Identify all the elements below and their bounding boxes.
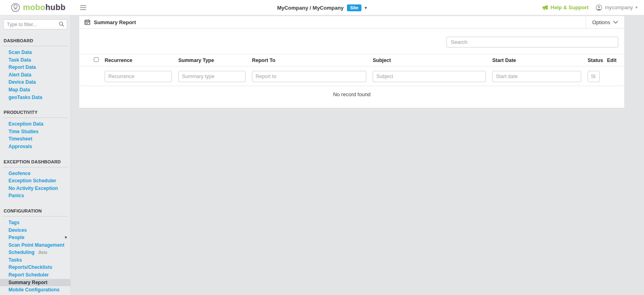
mobohubb-logo-icon <box>11 3 20 12</box>
sidebar-item-scan-point-management[interactable]: Scan Point Management <box>0 241 70 249</box>
user-menu[interactable]: mycompany ▾ <box>596 4 638 11</box>
logo-text-secondary: hubb <box>45 3 66 12</box>
sidebar-item-tasks[interactable]: Tasks <box>0 256 70 264</box>
sidebar-filter-input[interactable] <box>3 19 67 29</box>
select-all-checkbox[interactable] <box>94 57 99 62</box>
column-header-report-to: Report To <box>252 54 373 66</box>
sidebar-item-mobile-configurations[interactable]: Mobile Configurations <box>0 286 70 294</box>
company-breadcrumb[interactable]: MyCompany / MyCompany <box>277 5 343 11</box>
mobohubb-logo[interactable]: mobohubb <box>11 3 66 12</box>
sidebar-item-panics[interactable]: Panics <box>0 192 70 200</box>
filter-input-subject[interactable] <box>373 71 486 82</box>
sidebar: DASHBOARDScan DataTask DataReport DataAl… <box>0 15 71 295</box>
sidebar-item-exception-data[interactable]: Exception Data <box>0 120 70 128</box>
filter-input-st[interactable] <box>588 71 600 82</box>
sidebar-item-people[interactable]: People▾ <box>0 234 70 241</box>
sidebar-item-label: Report Data <box>8 64 36 70</box>
sidebar-item-label: Tags <box>8 220 19 225</box>
filter-cell <box>588 66 607 86</box>
summary-report-table: RecurrenceSummary TypeReport ToSubjectSt… <box>79 54 624 103</box>
sidebar-toggle-button[interactable] <box>78 2 88 13</box>
sidebar-item-label: People <box>8 235 24 240</box>
filter-cell <box>373 66 492 86</box>
logo-text-primary: mobo <box>23 3 45 12</box>
options-label: Options <box>592 19 610 25</box>
sidebar-item-scheduling[interactable]: SchedulingBeta <box>0 249 70 256</box>
filter-cell <box>607 66 624 86</box>
filter-input-summary-type[interactable] <box>178 71 246 82</box>
sidebar-item-no-activity-exception[interactable]: No Activity Exception <box>0 185 70 192</box>
sidebar-item-label: Task Data <box>8 57 31 63</box>
sidebar-item-scan-data[interactable]: Scan Data <box>0 49 70 56</box>
sidebar-item-label: Map Data <box>8 87 30 93</box>
company-caret-down-icon[interactable]: ▾ <box>365 5 367 10</box>
options-button[interactable]: Options <box>586 16 624 28</box>
sidebar-item-tags[interactable]: Tags <box>0 219 70 227</box>
help-support-label: Help & Support <box>551 4 589 10</box>
column-header-subject: Subject <box>373 54 492 66</box>
filter-cell <box>252 66 373 86</box>
empty-state-row: No record found <box>79 86 624 103</box>
sidebar-item-label: Timesheet <box>8 136 32 142</box>
sidebar-item-label: Scheduling <box>8 250 35 255</box>
sidebar-item-task-data[interactable]: Task Data <box>0 56 70 64</box>
chevron-down-icon <box>613 21 618 24</box>
sidebar-item-label: Alert Data <box>8 72 31 78</box>
filter-input-recurrence[interactable] <box>105 71 172 82</box>
sidebar-item-label: Report Scheduler <box>8 272 49 278</box>
sidebar-item-geofence[interactable]: Geofence <box>0 170 70 177</box>
panel-title: Summary Report <box>79 19 136 25</box>
column-header-start-date: Start Date <box>492 54 588 66</box>
sidebar-section-title: DASHBOARD <box>4 38 67 43</box>
user-circle-icon <box>596 4 602 11</box>
sidebar-item-timesheet[interactable]: Timesheet <box>0 135 70 143</box>
sidebar-item-label: Scan Data <box>8 50 32 55</box>
sidebar-item-alert-data[interactable]: Alert Data <box>0 71 70 79</box>
column-header-edit: Edit <box>607 54 624 66</box>
sidebar-item-reports-checklists[interactable]: Reports/Checklists <box>0 264 70 271</box>
sidebar-section-title: EXCEPTION DASHBOARD <box>4 159 67 164</box>
sidebar-section-title: CONFIGURATION <box>4 208 67 213</box>
summary-report-panel: Summary Report Options RecurrenceSummary… <box>79 16 624 108</box>
column-header-recurrence: Recurrence <box>105 54 178 66</box>
sidebar-item-label: Summary Report <box>8 280 47 285</box>
sidebar-item-geotasks-data[interactable]: geoTasks Data <box>0 94 70 101</box>
sidebar-item-exception-scheduler[interactable]: Exception Scheduler <box>0 177 70 185</box>
filter-input-start-date[interactable] <box>492 71 581 82</box>
filter-cell <box>79 66 105 86</box>
help-support-link[interactable]: Help & Support <box>542 4 589 10</box>
sidebar-item-label: Exception Data <box>8 121 43 127</box>
user-menu-label: mycompany <box>605 4 633 10</box>
sidebar-divider <box>2 46 68 46</box>
sidebar-item-report-scheduler[interactable]: Report Scheduler <box>0 271 70 279</box>
sidebar-item-devices[interactable]: Devices <box>0 227 70 234</box>
table-search-input[interactable] <box>446 37 618 47</box>
panel-title-label: Summary Report <box>94 19 136 25</box>
sidebar-item-label: Tasks <box>8 257 22 263</box>
top-header: mobohubb MyCompany / MyCompany Site ▾ He… <box>0 0 644 15</box>
column-header-status: Status <box>588 54 607 66</box>
sidebar-item-label: Device Data <box>8 79 36 85</box>
caret-down-icon: ▾ <box>65 234 67 241</box>
sidebar-section-title: PRODUCTIVITY <box>4 110 67 115</box>
sidebar-nav: DASHBOARDScan DataTask DataReport DataAl… <box>0 38 70 294</box>
sidebar-divider <box>2 216 68 217</box>
filter-cell <box>178 66 252 86</box>
sidebar-item-label: Exception Scheduler <box>8 178 56 184</box>
select-all-header-cell <box>79 54 105 66</box>
filter-cell <box>492 66 588 86</box>
sidebar-item-label: Scan Point Management <box>8 242 64 248</box>
filter-input-report-to[interactable] <box>252 71 366 82</box>
sidebar-item-approvals[interactable]: Approvals <box>0 143 70 151</box>
sidebar-item-label: No Activity Exception <box>8 186 58 191</box>
sidebar-item-label: Geofence <box>8 171 31 176</box>
sidebar-item-time-studies[interactable]: Time Studies <box>0 128 70 136</box>
sidebar-item-map-data[interactable]: Map Data <box>0 86 70 94</box>
sidebar-item-label: geoTasks Data <box>8 95 42 100</box>
site-badge: Site <box>347 4 361 11</box>
sidebar-item-report-data[interactable]: Report Data <box>0 64 70 71</box>
beta-badge: Beta <box>39 250 47 255</box>
sidebar-item-summary-report[interactable]: Summary Report <box>0 279 70 287</box>
filter-cell <box>105 66 178 86</box>
sidebar-item-device-data[interactable]: Device Data <box>0 78 70 86</box>
